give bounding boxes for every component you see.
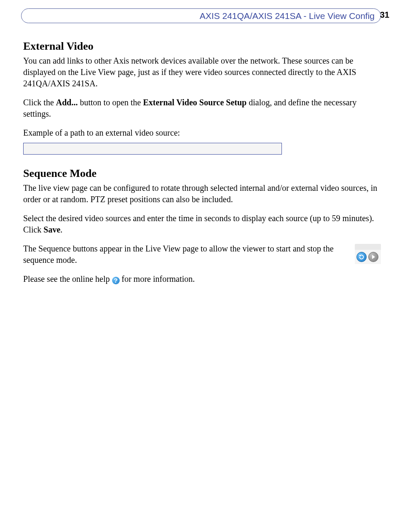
paragraph: Click the Add... button to open the Exte… [23, 97, 381, 120]
text: Select the desired video sources and ent… [23, 214, 374, 234]
heading-external-video: External Video [23, 40, 381, 53]
sequence-buttons-preview [355, 243, 381, 264]
paragraph: The live view page can be configured to … [23, 182, 381, 205]
text: Click the [23, 98, 56, 107]
preview-titlebar [355, 244, 381, 250]
paragraph: Select the desired video sources and ent… [23, 213, 381, 235]
text: button to open the [78, 98, 143, 107]
document-page: 31 AXIS 241QA/AXIS 241SA - Live View Con… [0, 0, 402, 532]
paragraph: You can add links to other Axis network … [23, 55, 381, 89]
heading-sequence-mode: Sequence Mode [23, 167, 381, 180]
text-bold: External Video Source Setup [143, 98, 247, 107]
external-video-path-input[interactable] [23, 143, 282, 155]
page-number: 31 [380, 10, 389, 20]
paragraph: The Sequence buttons appear in the Live … [23, 243, 346, 266]
text-bold: Add... [56, 98, 78, 107]
header-title: AXIS 241QA/AXIS 241SA - Live View Config [200, 11, 375, 21]
page-header: AXIS 241QA/AXIS 241SA - Live View Config [21, 8, 381, 23]
play-icon [368, 252, 378, 262]
text: Please see the online help [23, 274, 112, 283]
text: . [60, 225, 62, 234]
text: for more information. [120, 274, 195, 283]
paragraph: Please see the online help ? for more in… [23, 273, 381, 285]
help-icon: ? [112, 277, 120, 284]
paragraph: Example of a path to an external video s… [23, 127, 381, 139]
refresh-icon [356, 252, 367, 262]
text-bold: Save [43, 225, 60, 234]
